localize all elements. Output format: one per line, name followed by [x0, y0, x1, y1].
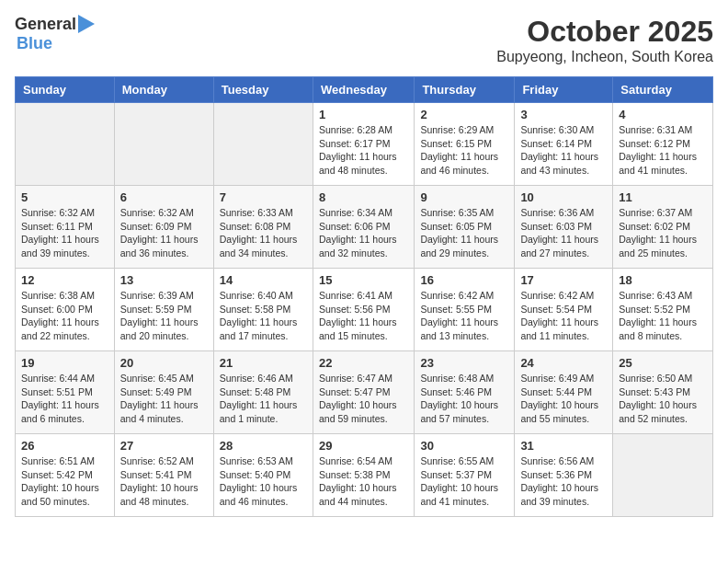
day-info: Sunrise: 6:42 AM Sunset: 5:54 PM Dayligh… [520, 289, 607, 343]
day-number: 19 [21, 356, 108, 370]
day-info: Sunrise: 6:35 AM Sunset: 6:05 PM Dayligh… [420, 206, 508, 260]
day-info: Sunrise: 6:39 AM Sunset: 5:59 PM Dayligh… [120, 289, 208, 343]
weekday-header-row: SundayMondayTuesdayWednesdayThursdayFrid… [16, 77, 713, 103]
calendar-week-row: 26Sunrise: 6:51 AM Sunset: 5:42 PM Dayli… [16, 434, 713, 517]
calendar-cell: 7Sunrise: 6:33 AM Sunset: 6:08 PM Daylig… [213, 186, 313, 269]
day-info: Sunrise: 6:38 AM Sunset: 6:00 PM Dayligh… [21, 289, 108, 343]
weekday-header-wednesday: Wednesday [313, 77, 414, 103]
day-number: 2 [420, 108, 508, 121]
calendar-cell: 26Sunrise: 6:51 AM Sunset: 5:42 PM Dayli… [16, 434, 115, 517]
day-info: Sunrise: 6:50 AM Sunset: 5:43 PM Dayligh… [619, 372, 707, 426]
day-info: Sunrise: 6:34 AM Sunset: 6:06 PM Dayligh… [319, 206, 408, 260]
day-info: Sunrise: 6:46 AM Sunset: 5:48 PM Dayligh… [220, 372, 307, 426]
day-number: 3 [520, 108, 607, 121]
calendar-cell: 8Sunrise: 6:34 AM Sunset: 6:06 PM Daylig… [313, 186, 414, 269]
calendar-cell: 25Sunrise: 6:50 AM Sunset: 5:43 PM Dayli… [613, 351, 713, 434]
calendar-week-row: 1Sunrise: 6:28 AM Sunset: 6:17 PM Daylig… [16, 103, 713, 186]
calendar-cell: 29Sunrise: 6:54 AM Sunset: 5:38 PM Dayli… [313, 434, 414, 517]
calendar-cell: 3Sunrise: 6:30 AM Sunset: 6:14 PM Daylig… [515, 103, 613, 186]
day-info: Sunrise: 6:28 AM Sunset: 6:17 PM Dayligh… [319, 123, 408, 178]
calendar-cell: 31Sunrise: 6:56 AM Sunset: 5:36 PM Dayli… [515, 434, 613, 517]
day-number: 18 [619, 273, 707, 287]
logo: General Blue [15, 15, 95, 53]
logo-general-text: General [15, 15, 76, 34]
day-number: 11 [619, 190, 707, 204]
calendar-cell: 22Sunrise: 6:47 AM Sunset: 5:47 PM Dayli… [313, 351, 414, 434]
day-info: Sunrise: 6:37 AM Sunset: 6:02 PM Dayligh… [619, 206, 707, 260]
day-number: 1 [319, 108, 408, 121]
month-title: October 2025 [496, 15, 713, 49]
weekday-header-thursday: Thursday [415, 77, 515, 103]
calendar-week-row: 5Sunrise: 6:32 AM Sunset: 6:11 PM Daylig… [16, 186, 713, 269]
calendar-cell: 17Sunrise: 6:42 AM Sunset: 5:54 PM Dayli… [515, 269, 613, 351]
calendar-cell: 13Sunrise: 6:39 AM Sunset: 5:59 PM Dayli… [114, 269, 213, 351]
calendar-cell: 20Sunrise: 6:45 AM Sunset: 5:49 PM Dayli… [114, 351, 213, 434]
calendar-table: SundayMondayTuesdayWednesdayThursdayFrid… [15, 76, 713, 517]
calendar-cell: 16Sunrise: 6:42 AM Sunset: 5:55 PM Dayli… [415, 269, 515, 351]
day-number: 24 [520, 356, 607, 370]
weekday-header-tuesday: Tuesday [213, 77, 313, 103]
day-info: Sunrise: 6:52 AM Sunset: 5:41 PM Dayligh… [120, 454, 208, 509]
day-number: 21 [220, 356, 307, 370]
day-number: 23 [420, 356, 508, 370]
weekday-header-friday: Friday [515, 77, 613, 103]
calendar-cell: 19Sunrise: 6:44 AM Sunset: 5:51 PM Dayli… [16, 351, 115, 434]
calendar-cell: 1Sunrise: 6:28 AM Sunset: 6:17 PM Daylig… [313, 103, 414, 186]
calendar-cell: 14Sunrise: 6:40 AM Sunset: 5:58 PM Dayli… [213, 269, 313, 351]
calendar-cell [613, 434, 713, 517]
logo-blue-text: Blue [17, 34, 52, 53]
title-section: October 2025 Bupyeong, Incheon, South Ko… [496, 15, 713, 65]
calendar-cell: 27Sunrise: 6:52 AM Sunset: 5:41 PM Dayli… [114, 434, 213, 517]
day-number: 30 [420, 439, 508, 453]
calendar-cell [114, 103, 213, 186]
day-info: Sunrise: 6:42 AM Sunset: 5:55 PM Dayligh… [420, 289, 508, 343]
day-info: Sunrise: 6:49 AM Sunset: 5:44 PM Dayligh… [520, 372, 607, 426]
weekday-header-sunday: Sunday [16, 77, 115, 103]
calendar-cell: 10Sunrise: 6:36 AM Sunset: 6:03 PM Dayli… [515, 186, 613, 269]
calendar-week-row: 19Sunrise: 6:44 AM Sunset: 5:51 PM Dayli… [16, 351, 713, 434]
day-number: 22 [319, 356, 408, 370]
day-number: 7 [220, 190, 307, 204]
weekday-header-monday: Monday [114, 77, 213, 103]
calendar-cell: 11Sunrise: 6:37 AM Sunset: 6:02 PM Dayli… [613, 186, 713, 269]
day-number: 27 [120, 439, 208, 453]
day-info: Sunrise: 6:56 AM Sunset: 5:36 PM Dayligh… [520, 454, 607, 509]
day-info: Sunrise: 6:51 AM Sunset: 5:42 PM Dayligh… [21, 454, 108, 509]
calendar-cell: 4Sunrise: 6:31 AM Sunset: 6:12 PM Daylig… [613, 103, 713, 186]
day-info: Sunrise: 6:53 AM Sunset: 5:40 PM Dayligh… [220, 454, 307, 509]
calendar-cell: 24Sunrise: 6:49 AM Sunset: 5:44 PM Dayli… [515, 351, 613, 434]
day-number: 12 [21, 273, 108, 287]
day-info: Sunrise: 6:55 AM Sunset: 5:37 PM Dayligh… [420, 454, 508, 509]
day-info: Sunrise: 6:40 AM Sunset: 5:58 PM Dayligh… [220, 289, 307, 343]
day-number: 14 [220, 273, 307, 287]
day-number: 29 [319, 439, 408, 453]
day-info: Sunrise: 6:47 AM Sunset: 5:47 PM Dayligh… [319, 372, 408, 426]
calendar-week-row: 12Sunrise: 6:38 AM Sunset: 6:00 PM Dayli… [16, 269, 713, 351]
day-number: 13 [120, 273, 208, 287]
calendar-cell [16, 103, 115, 186]
calendar-cell: 21Sunrise: 6:46 AM Sunset: 5:48 PM Dayli… [213, 351, 313, 434]
calendar-cell: 2Sunrise: 6:29 AM Sunset: 6:15 PM Daylig… [415, 103, 515, 186]
calendar-cell: 12Sunrise: 6:38 AM Sunset: 6:00 PM Dayli… [16, 269, 115, 351]
day-number: 31 [520, 439, 607, 453]
day-number: 20 [120, 356, 208, 370]
day-info: Sunrise: 6:29 AM Sunset: 6:15 PM Dayligh… [420, 123, 508, 178]
calendar-cell: 9Sunrise: 6:35 AM Sunset: 6:05 PM Daylig… [415, 186, 515, 269]
day-info: Sunrise: 6:31 AM Sunset: 6:12 PM Dayligh… [619, 123, 707, 178]
day-info: Sunrise: 6:54 AM Sunset: 5:38 PM Dayligh… [319, 454, 408, 509]
day-number: 5 [21, 190, 108, 204]
day-info: Sunrise: 6:45 AM Sunset: 5:49 PM Dayligh… [120, 372, 208, 426]
day-info: Sunrise: 6:30 AM Sunset: 6:14 PM Dayligh… [520, 123, 607, 178]
day-number: 4 [619, 108, 707, 121]
calendar-cell: 28Sunrise: 6:53 AM Sunset: 5:40 PM Dayli… [213, 434, 313, 517]
calendar-cell: 18Sunrise: 6:43 AM Sunset: 5:52 PM Dayli… [613, 269, 713, 351]
location-title: Bupyeong, Incheon, South Korea [496, 49, 713, 65]
day-number: 25 [619, 356, 707, 370]
calendar-cell: 5Sunrise: 6:32 AM Sunset: 6:11 PM Daylig… [16, 186, 115, 269]
day-info: Sunrise: 6:48 AM Sunset: 5:46 PM Dayligh… [420, 372, 508, 426]
day-number: 26 [21, 439, 108, 453]
day-info: Sunrise: 6:33 AM Sunset: 6:08 PM Dayligh… [220, 206, 307, 260]
calendar-cell: 6Sunrise: 6:32 AM Sunset: 6:09 PM Daylig… [114, 186, 213, 269]
day-info: Sunrise: 6:41 AM Sunset: 5:56 PM Dayligh… [319, 289, 408, 343]
day-number: 6 [120, 190, 208, 204]
